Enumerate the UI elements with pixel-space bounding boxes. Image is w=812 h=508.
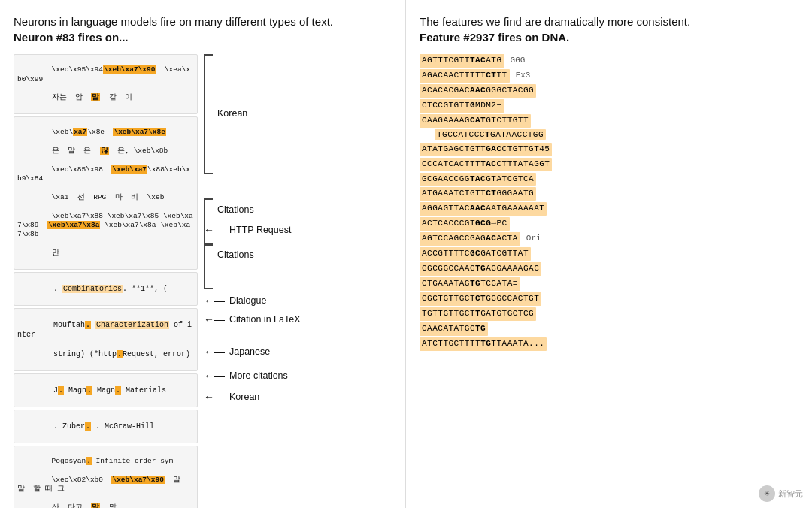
right-header: The features we find are dramatically mo… [420, 14, 804, 45]
dna-seq-1: AGTTTCGTTTACATG [420, 54, 504, 68]
annotation-citations1: Citations [217, 204, 254, 215]
dna-seq-7: ATATGAGCTGTTGACCTGTTGT45 [420, 143, 552, 156]
dna-seq-13: AGTCCAGCCGAGACACTA [420, 232, 520, 246]
dna-row-12: ACTCACCCGTGCG→PC [420, 217, 804, 231]
annotation-korean-label: Korean [217, 108, 247, 119]
dna-seq-2: AGACAACTTTTTCTTT [420, 69, 510, 83]
citations-bracket-2 [204, 244, 213, 289]
dna-seq-5: CAAGAAAAGCATGTCTTGTT [420, 114, 531, 128]
annotation-dialogue-label: Dialogue [229, 295, 266, 306]
dna-row-3: ACACACGACAACGGGCTACGG [420, 84, 804, 98]
dna-row-1: AGTTTCGTTTACATG GGG [420, 54, 804, 68]
dna-seq-17: GGCTGTTGCTCTGGGCCACTGT [420, 292, 541, 306]
code-block-7: Pogosyan. Infinite order sym \xec\x82\xb… [14, 446, 198, 508]
annotation-japanese: ←— Japanese [204, 346, 270, 358]
annotation-http-label: HTTP Request [229, 225, 291, 235]
dna-seq-19: CAACATATGGTG [420, 322, 488, 336]
dna-row-14: ACCGTTTTCGCGATCGTTAT [420, 247, 804, 261]
dna-seq-4: CTCCGTGTTGMDM2− [420, 99, 504, 113]
annotation-dialogue: ←— Dialogue [204, 295, 266, 307]
watermark-icon: ☀ [759, 485, 775, 502]
annotation-citations1-label: Citations [217, 204, 254, 215]
dna-row-7: ATATGAGCTGTTGACCTGTTGT45 [420, 143, 804, 156]
left-header-bold: Neuron #83 fires on... [14, 31, 129, 44]
dna-row-6: TGCCATCCCTGATAACCTGG [420, 129, 804, 141]
code-block-3: . Combinatorics. **1**, ( [14, 272, 198, 306]
right-panel: The features we find are dramatically mo… [406, 0, 812, 508]
dna-row-8: CCCATCACTTTTACCTTTATAGGT [420, 158, 804, 171]
dna-row-5: CAAGAAAAGCATGTCTTGTT [420, 114, 804, 128]
http-arrow: ←— [204, 224, 225, 236]
dna-seq-20: ATCTTGCTTTTTGTTAAATA... [420, 337, 547, 351]
dna-seq-18: TGTTGTTGCTTGATGTGCTCG [420, 307, 536, 321]
annotations-column: Korean Citations ←— HTTP Request Citatio… [204, 54, 339, 497]
code-block-2: \xeb\xa7\x8e \xeb\xa7\x8e 은 말 은 많 은, \xe… [14, 116, 198, 270]
dna-seq-10: ATGAAATCTGTTCTGGGAATG [420, 187, 536, 201]
annotation-japanese-label: Japanese [229, 346, 270, 357]
code-block-5: J. Magn. Magn. Materials [14, 373, 198, 407]
annotation-citations2: Citations [217, 249, 254, 260]
dna-indent-6: TGCCATCCCTGATAACCTGG [435, 129, 546, 141]
dna-seq-16: CTGAAATAGTGTCGATA≡ [420, 277, 520, 291]
dna-row-10: ATGAAATCTGTTCTGGGAATG [420, 187, 804, 201]
annotation-citations2-label: Citations [217, 249, 254, 260]
code-block-4: Mouftah. Characterization of inter strin… [14, 308, 198, 371]
korean-bracket [204, 54, 213, 174]
dna-label-13: Ori [526, 233, 541, 245]
dna-seq-8: CCCATCACTTTTACCTTTATAGGT [420, 158, 552, 171]
left-panel: Neurons in language models fire on many … [0, 0, 406, 508]
watermark-label: 新智元 [778, 488, 803, 500]
citation-latex-arrow: ←— [204, 313, 225, 325]
annotation-korean2: ←— Korean [204, 391, 259, 403]
dna-row-11: AGGAGTTACAACAATGAAAAAAT [420, 202, 804, 216]
japanese-arrow: ←— [204, 346, 225, 358]
dna-row-16: CTGAAATAGTGTCGATA≡ [420, 277, 804, 291]
dna-row-2: AGACAACTTTTTCTTT Ex3 [420, 69, 804, 83]
dna-row-20: ATCTTGCTTTTTGTTAAATA... [420, 337, 804, 351]
right-header-text: The features we find are dramatically mo… [420, 15, 690, 28]
code-block-6: . Zuber. . McGraw-Hill [14, 410, 198, 443]
dna-seq-9: GCGAACCGGTACGTATCGTCA [420, 173, 536, 186]
annotation-korean: Korean [217, 108, 247, 119]
dna-row-17: GGCTGTTGCTCTGGGCCACTGT [420, 292, 804, 306]
dna-label-1: GGG [511, 55, 526, 67]
code-blocks-column: \xec\x95\x94\xeb\xa7\x90 \xea\xb0\x99 자는… [14, 54, 198, 497]
korean2-arrow: ←— [204, 391, 225, 403]
citations-bracket-1 [204, 198, 213, 245]
dna-seq-12: ACTCACCCGTGCG→PC [420, 217, 510, 231]
right-header-bold: Feature #2937 fires on DNA. [420, 31, 569, 44]
dna-row-15: GGCGGCCAAGTGAGGAAAAGAC [420, 262, 804, 276]
annotation-korean2-label: Korean [229, 392, 259, 402]
dialogue-arrow: ←— [204, 295, 225, 307]
dna-seq-14: ACCGTTTTCGCGATCGTTAT [420, 247, 531, 261]
annotation-more-citations: ←— More citations [204, 370, 288, 382]
dna-row-9: GCGAACCGGTACGTATCGTCA [420, 173, 804, 186]
dna-row-18: TGTTGTTGCTTGATGTGCTCG [420, 307, 804, 321]
more-citations-arrow: ←— [204, 370, 225, 382]
dna-seq-3: ACACACGACAACGGGCTACGG [420, 84, 536, 98]
watermark: ☀ 新智元 [759, 485, 803, 502]
annotation-http: ←— HTTP Request [204, 224, 291, 236]
dna-seq-6: TGCCATCCCTGATAACCTGG [435, 129, 546, 140]
annotation-citation-latex: ←— Citation in LaTeX [204, 313, 301, 325]
annotation-citation-latex-label: Citation in LaTeX [229, 314, 301, 325]
code-block-1: \xec\x95\x94\xeb\xa7\x90 \xea\xb0\x99 자는… [14, 54, 198, 114]
annotation-more-citations-label: More citations [229, 370, 288, 381]
dna-seq-11: AGGAGTTACAACAATGAAAAAAT [420, 202, 547, 216]
dna-row-4: CTCCGTGTTGMDM2− [420, 99, 804, 113]
left-header-text: Neurons in language models fire on many … [14, 15, 333, 28]
dna-row-13: AGTCCAGCCGAGACACTA Ori [420, 232, 804, 246]
left-header: Neurons in language models fire on many … [14, 14, 398, 45]
dna-row-19: CAACATATGGTG [420, 322, 804, 336]
dna-sequences: AGTTTCGTTTACATG GGG AGACAACTTTTTCTTT Ex3… [420, 54, 804, 351]
dna-label-2: Ex3 [516, 70, 531, 82]
dna-seq-15: GGCGGCCAAGTGAGGAAAAGAC [420, 262, 541, 276]
